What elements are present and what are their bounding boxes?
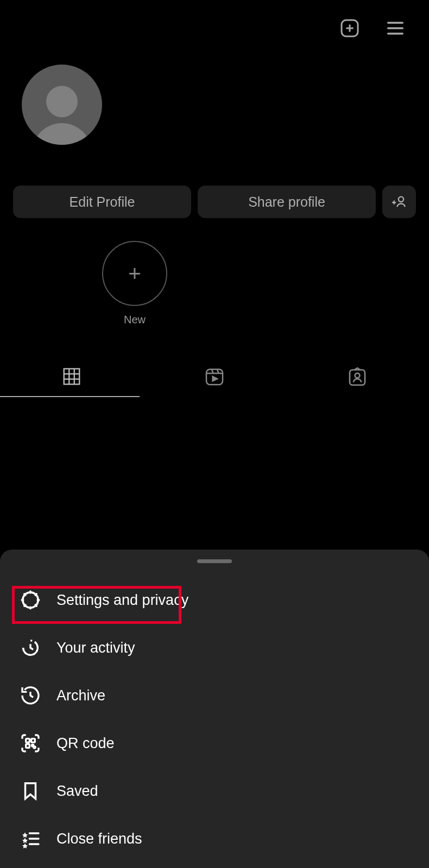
menu-label: QR code <box>56 735 115 752</box>
sheet-handle[interactable] <box>197 559 232 563</box>
svg-point-19 <box>355 373 360 378</box>
svg-rect-21 <box>26 739 30 743</box>
menu-activity[interactable]: Your activity <box>0 624 429 672</box>
highlight-label: New <box>124 314 146 326</box>
svg-point-25 <box>34 746 35 748</box>
archive-icon <box>20 685 41 706</box>
header <box>0 0 429 51</box>
plus-icon: + <box>128 261 141 286</box>
edit-profile-button[interactable]: Edit Profile <box>13 186 191 218</box>
profile-buttons-row: Edit Profile Share profile <box>0 186 429 218</box>
qrcode-icon <box>20 732 41 754</box>
new-highlight[interactable]: + New <box>102 241 167 326</box>
close-friends-icon <box>20 828 41 850</box>
tab-tagged[interactable] <box>286 358 429 395</box>
highlights-section: + New <box>0 218 429 326</box>
share-profile-button[interactable]: Share profile <box>198 186 376 218</box>
menu-saved[interactable]: Saved <box>0 767 429 815</box>
menu-qrcode[interactable]: QR code <box>0 719 429 767</box>
menu-icon[interactable] <box>383 16 407 40</box>
menu-label: Saved <box>56 783 98 800</box>
gear-icon <box>20 589 41 611</box>
content-tabs <box>0 358 429 396</box>
bottom-sheet: Settings and privacy Your activity Archi… <box>0 550 429 868</box>
menu-archive[interactable]: Archive <box>0 672 429 719</box>
menu-label: Close friends <box>56 831 142 847</box>
menu-label: Your activity <box>56 640 135 656</box>
create-post-icon[interactable] <box>338 16 362 40</box>
add-friend-button[interactable] <box>382 186 416 218</box>
menu-label: Archive <box>56 687 105 704</box>
svg-rect-23 <box>26 744 30 748</box>
activity-icon <box>20 637 41 659</box>
svg-rect-9 <box>64 369 79 385</box>
svg-rect-22 <box>31 739 35 743</box>
menu-close-friends[interactable]: Close friends <box>0 815 429 863</box>
menu-label: Settings and privacy <box>56 592 188 609</box>
avatar[interactable] <box>22 65 102 145</box>
content-area <box>0 396 429 523</box>
profile-section <box>0 65 429 145</box>
bookmark-icon <box>20 780 41 802</box>
menu-settings[interactable]: Settings and privacy <box>0 576 429 624</box>
tab-reels[interactable] <box>143 358 286 395</box>
svg-point-6 <box>399 197 403 202</box>
tab-grid[interactable] <box>0 358 143 395</box>
